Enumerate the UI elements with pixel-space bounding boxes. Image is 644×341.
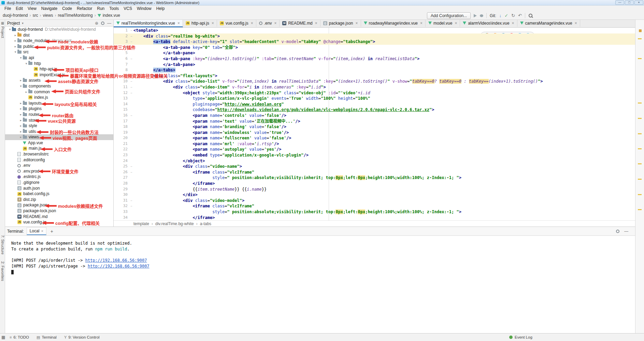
chevron-right-icon[interactable]: ▸ [19, 129, 23, 135]
close-icon[interactable]: × [420, 21, 423, 26]
code-line[interactable]: 34 </iframe> [114, 215, 635, 220]
editor-tab-vue-config-js[interactable]: JSvue.config.js× [217, 20, 256, 27]
statusbar-9-version-control[interactable]: Y9: Version Control [64, 335, 100, 339]
breadcrumb-item-index-vue[interactable]: index.vue [103, 13, 120, 18]
chevron-down-icon[interactable]: ▾ [19, 55, 23, 61]
tree-item-public[interactable]: ▸public [5, 44, 113, 50]
code-line[interactable]: 28 </iframe> [114, 181, 635, 187]
code-line[interactable]: 4 <a-tab-pane key="0" tab="全部"> [114, 45, 635, 51]
breadcrumb-item-template[interactable]: template [133, 221, 149, 226]
chevron-right-icon[interactable]: ▸ [19, 123, 23, 129]
close-icon[interactable]: × [575, 21, 577, 26]
breadcrumb-item-realtimemonitoring[interactable]: realTimeMonitoring [58, 13, 92, 18]
menu-item-code[interactable]: Code [60, 6, 74, 11]
event-log-button[interactable]: Event Log [509, 333, 532, 341]
code-line[interactable]: 31− <div class="video-model"> [114, 198, 635, 204]
close-icon[interactable]: × [177, 21, 180, 26]
fold-marker-icon[interactable]: − [129, 90, 133, 96]
tree-item-package-lock-json[interactable]: {}package-lock.json [5, 208, 113, 214]
menu-item-edit[interactable]: Edit [13, 6, 25, 11]
tree-item-importexcel-js[interactable]: JSimportExcel.js [5, 72, 113, 78]
breadcrumb-item-a-tabs[interactable]: a-tabs [200, 221, 211, 226]
chevron-right-icon[interactable]: ▸ [13, 32, 17, 38]
code-line[interactable]: 16− <param name='controls' value='false'… [114, 113, 635, 119]
editor-tab-http-api-js[interactable]: JShttp-api.js× [183, 20, 217, 27]
code-line[interactable]: 3− <a-tabs default-active-key="1" slot="… [114, 39, 635, 45]
close-icon[interactable]: × [251, 21, 253, 26]
tree-item-auth-json[interactable]: {}auth.json [5, 186, 113, 191]
code-line[interactable]: 14 pluginspage="http://www.videolan.org" [114, 101, 635, 107]
fold-marker-icon[interactable]: − [129, 198, 133, 204]
code-line[interactable]: 20 <param name='fullscreen' value='false… [114, 135, 635, 141]
tree-item-common[interactable]: ▸common [5, 89, 113, 95]
code-line[interactable]: 22 <param name='autoplay' value='yes'/> [114, 147, 635, 152]
tree-item-components[interactable]: ▾components [5, 83, 113, 89]
hide-panel-icon[interactable]: — [624, 229, 628, 233]
menu-item-help[interactable]: Help [154, 6, 167, 11]
menu-item-refactor[interactable]: Refactor [74, 6, 95, 11]
editor-tab-readme-md[interactable]: MREADME.md× [280, 20, 320, 27]
code-line[interactable]: 33 style=" position:absolute;visibility:… [114, 209, 635, 215]
fold-marker-icon[interactable]: − [129, 164, 133, 169]
code-line[interactable]: 19 <param name='windowless' value='true'… [114, 130, 635, 136]
git-revert-icon[interactable]: ↶ [518, 13, 522, 18]
tree-item-dist-zip[interactable]: Zdist.zip [5, 197, 113, 203]
locate-icon[interactable]: ⊕ [95, 21, 98, 25]
editor-tab-package-json[interactable]: {}package.json× [320, 20, 361, 27]
hide-panel-icon[interactable]: — [107, 21, 111, 25]
tree-item-babel-config-js[interactable]: JSbabel.config.js [5, 191, 113, 197]
close-icon[interactable]: × [212, 21, 214, 26]
tree-item-router[interactable]: ▸router [5, 112, 113, 118]
close-icon[interactable]: × [455, 21, 457, 26]
fold-marker-icon[interactable]: − [129, 84, 133, 90]
menu-item-file[interactable]: File [2, 6, 13, 11]
new-terminal-button[interactable]: + [49, 229, 55, 234]
tree-item-store[interactable]: ▸store [5, 118, 113, 123]
stripe-button-7-structure[interactable]: 7: Structure [1, 235, 5, 255]
editor-tab-alarmvideos-index-vue[interactable]: alarmVideos\index.vue× [460, 20, 517, 27]
statusbar-terminal[interactable]: ▤Terminal [37, 335, 57, 340]
stripe-button-2-favorites[interactable]: 2: Favorites [1, 261, 5, 281]
tree-item-assets[interactable]: ▸assets [5, 78, 113, 83]
code-line[interactable]: 10− <div class="video-list" v-for="(item… [114, 79, 635, 84]
code-line[interactable]: 8 </a-tabs> [114, 67, 635, 73]
tree-item-gitignore[interactable]: .gitignore [5, 180, 113, 186]
tree-item-eslintrc-js[interactable]: .eslintrc.js [5, 174, 113, 180]
menu-item-tools[interactable]: Tools [107, 6, 121, 11]
editor-tab-env[interactable]: .env× [256, 20, 280, 27]
tree-item-index-js[interactable]: JSindex.js [5, 95, 113, 100]
chevron-right-icon[interactable]: ▸ [24, 89, 28, 95]
code-line[interactable]: 7 </a-tab-pane> [114, 62, 635, 68]
git-commit-icon[interactable]: ✓ [504, 13, 508, 18]
tree-item-views[interactable]: ▸views [5, 134, 113, 140]
chevron-right-icon[interactable]: ▸ [13, 44, 17, 50]
tree-item-package-json[interactable]: {}package.json [5, 202, 113, 208]
tree-item-api[interactable]: ▾api [5, 55, 113, 61]
tree-item-duoji-frontend[interactable]: ▾duoji-frontendD:\zheheWeb\duoji-fronten… [5, 27, 113, 32]
chevron-right-icon[interactable]: ▸ [19, 106, 23, 112]
code-line[interactable]: 29 {{item.streetName}} {{i.name}} [114, 187, 635, 192]
editor-scrollbar[interactable] [635, 20, 644, 333]
editor-tab-realtimemonitoring-index-vue[interactable]: realTimeMonitoring\index.vue× [114, 20, 183, 27]
git-update-icon[interactable]: ↓ [499, 13, 502, 18]
fold-marker-icon[interactable]: − [129, 56, 133, 62]
chevron-down-icon[interactable]: ▾ [13, 49, 17, 55]
breadcrumb-item-views[interactable]: views [43, 13, 53, 18]
fold-marker-icon[interactable]: − [129, 28, 133, 33]
menu-item-run[interactable]: Run [95, 6, 107, 11]
menu-item-navigate[interactable]: Navigate [39, 6, 60, 11]
fold-marker-icon[interactable]: − [129, 79, 133, 84]
code-line[interactable]: 6− <a-tab-pane :key="(index+1).toString(… [114, 56, 635, 62]
chevron-right-icon[interactable]: ▸ [19, 118, 23, 123]
menu-item-window[interactable]: Window [134, 6, 154, 11]
chevron-right-icon[interactable]: ▸ [13, 38, 17, 44]
add-configuration-button[interactable]: Add Configuration... [427, 12, 471, 19]
code-line[interactable]: 17 <param name='text' value='正在加载视频中...'… [114, 119, 635, 124]
close-icon[interactable]: × [274, 21, 276, 26]
code-line[interactable]: 30 </div> [114, 192, 635, 198]
project-stripe-button[interactable]: ▦ Project [0, 21, 5, 38]
inspection-status-icon[interactable] [639, 29, 642, 32]
tree-item-editorconfig[interactable]: .editorconfig [5, 157, 113, 163]
code-line[interactable]: 27 style=" position:absolute;visibility:… [114, 175, 635, 181]
code-line[interactable]: 5 </a-tab-pane> [114, 50, 635, 56]
